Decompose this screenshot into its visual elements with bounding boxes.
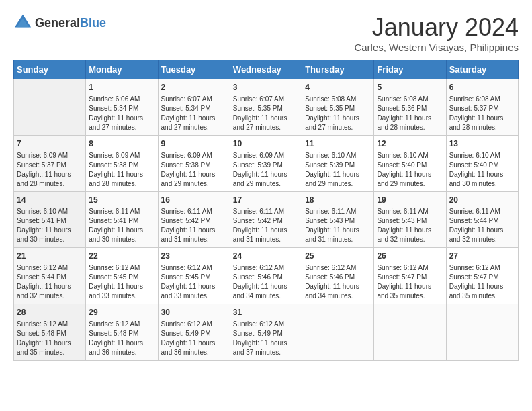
day-number: 5	[377, 82, 443, 93]
day-number: 26	[377, 250, 443, 262]
day-info: Daylight: 11 hours and 31 minutes.	[305, 226, 371, 244]
header: GeneralBlue January 2024 Carles, Western…	[13, 13, 519, 53]
day-info: Sunrise: 6:08 AM	[449, 95, 515, 104]
day-number: 24	[233, 250, 299, 262]
day-info: Sunset: 5:37 PM	[449, 104, 515, 113]
calendar-cell: 22Sunrise: 6:12 AMSunset: 5:45 PMDayligh…	[86, 248, 158, 304]
day-info: Sunset: 5:48 PM	[89, 329, 154, 338]
day-number: 21	[17, 250, 83, 262]
day-number: 19	[377, 195, 443, 206]
day-info: Sunrise: 6:11 AM	[233, 207, 299, 216]
day-number: 25	[305, 250, 371, 262]
day-info: Sunset: 5:48 PM	[17, 329, 83, 338]
day-info: Sunset: 5:44 PM	[17, 273, 83, 282]
day-info: Sunset: 5:40 PM	[377, 161, 443, 170]
column-header-wednesday: Wednesday	[230, 60, 302, 79]
calendar-cell: 1Sunrise: 6:06 AMSunset: 5:34 PMDaylight…	[86, 79, 158, 136]
day-info: Daylight: 11 hours and 37 minutes.	[233, 338, 299, 357]
day-info: Sunrise: 6:12 AM	[161, 263, 227, 273]
title-area: January 2024 Carles, Western Visayas, Ph…	[354, 13, 519, 53]
day-number: 10	[233, 138, 299, 150]
day-info: Daylight: 11 hours and 31 minutes.	[161, 226, 227, 244]
day-info: Sunrise: 6:12 AM	[305, 263, 371, 273]
day-info: Daylight: 11 hours and 27 minutes.	[89, 113, 154, 132]
day-number: 18	[305, 195, 371, 206]
day-info: Sunrise: 6:07 AM	[161, 95, 227, 104]
day-info: Sunrise: 6:11 AM	[449, 207, 515, 216]
calendar-header-row: SundayMondayTuesdayWednesdayThursdayFrid…	[14, 60, 519, 79]
day-info: Daylight: 11 hours and 28 minutes.	[89, 170, 154, 189]
day-info: Sunrise: 6:10 AM	[377, 151, 443, 161]
calendar-cell: 20Sunrise: 6:11 AMSunset: 5:44 PMDayligh…	[446, 191, 518, 248]
calendar-cell: 25Sunrise: 6:12 AMSunset: 5:46 PMDayligh…	[302, 248, 374, 304]
day-info: Sunrise: 6:12 AM	[17, 320, 83, 329]
calendar-cell: 6Sunrise: 6:08 AMSunset: 5:37 PMDaylight…	[446, 79, 518, 136]
day-info: Sunset: 5:35 PM	[305, 104, 371, 113]
calendar-cell: 2Sunrise: 6:07 AMSunset: 5:34 PMDaylight…	[158, 79, 230, 136]
day-info: Daylight: 11 hours and 30 minutes.	[17, 226, 83, 244]
day-info: Sunrise: 6:10 AM	[449, 151, 515, 161]
week-row-4: 21Sunrise: 6:12 AMSunset: 5:44 PMDayligh…	[14, 248, 519, 304]
day-info: Sunset: 5:39 PM	[305, 161, 371, 170]
day-info: Daylight: 11 hours and 34 minutes.	[305, 282, 371, 301]
calendar-subtitle: Carles, Western Visayas, Philippines	[354, 42, 519, 53]
day-info: Sunrise: 6:12 AM	[233, 263, 299, 273]
calendar-cell: 18Sunrise: 6:11 AMSunset: 5:43 PMDayligh…	[302, 191, 374, 248]
column-header-saturday: Saturday	[446, 60, 518, 79]
day-info: Daylight: 11 hours and 32 minutes.	[449, 226, 515, 244]
day-info: Daylight: 11 hours and 28 minutes.	[449, 113, 515, 132]
day-info: Sunset: 5:35 PM	[233, 104, 299, 113]
day-info: Sunrise: 6:11 AM	[89, 207, 154, 216]
day-number: 2	[161, 82, 227, 93]
day-info: Sunset: 5:43 PM	[377, 216, 443, 226]
day-info: Sunset: 5:46 PM	[305, 273, 371, 282]
day-info: Sunrise: 6:12 AM	[89, 320, 154, 329]
day-info: Daylight: 11 hours and 30 minutes.	[89, 226, 154, 244]
calendar-cell: 3Sunrise: 6:07 AMSunset: 5:35 PMDaylight…	[230, 79, 302, 136]
day-info: Daylight: 11 hours and 28 minutes.	[377, 113, 443, 132]
logo-general: General	[35, 16, 80, 30]
day-info: Sunrise: 6:12 AM	[449, 263, 515, 273]
calendar-cell: 8Sunrise: 6:09 AMSunset: 5:38 PMDaylight…	[86, 135, 158, 191]
day-info: Sunset: 5:42 PM	[233, 216, 299, 226]
day-info: Sunrise: 6:08 AM	[305, 95, 371, 104]
day-info: Daylight: 11 hours and 35 minutes.	[377, 282, 443, 301]
day-number: 27	[449, 250, 515, 262]
week-row-5: 28Sunrise: 6:12 AMSunset: 5:48 PMDayligh…	[14, 304, 519, 361]
calendar-cell: 15Sunrise: 6:11 AMSunset: 5:41 PMDayligh…	[86, 191, 158, 248]
day-info: Daylight: 11 hours and 36 minutes.	[161, 338, 227, 357]
week-row-1: 1Sunrise: 6:06 AMSunset: 5:34 PMDaylight…	[14, 79, 519, 136]
day-info: Sunset: 5:38 PM	[161, 161, 227, 170]
day-info: Sunset: 5:42 PM	[161, 216, 227, 226]
calendar-cell: 29Sunrise: 6:12 AMSunset: 5:48 PMDayligh…	[86, 304, 158, 361]
column-header-monday: Monday	[86, 60, 158, 79]
calendar-cell: 30Sunrise: 6:12 AMSunset: 5:49 PMDayligh…	[158, 304, 230, 361]
day-info: Daylight: 11 hours and 35 minutes.	[17, 338, 83, 357]
calendar-title: January 2024	[354, 13, 519, 42]
day-number: 28	[17, 307, 83, 318]
day-number: 6	[449, 82, 515, 93]
day-info: Daylight: 11 hours and 27 minutes.	[161, 113, 227, 132]
day-info: Sunset: 5:45 PM	[89, 273, 154, 282]
day-number: 1	[89, 82, 154, 93]
day-number: 29	[89, 307, 154, 318]
day-info: Sunrise: 6:10 AM	[305, 151, 371, 161]
calendar-cell: 14Sunrise: 6:10 AMSunset: 5:41 PMDayligh…	[14, 191, 86, 248]
calendar-cell: 24Sunrise: 6:12 AMSunset: 5:46 PMDayligh…	[230, 248, 302, 304]
day-info: Sunrise: 6:11 AM	[161, 207, 227, 216]
day-number: 16	[161, 195, 227, 206]
calendar-cell: 4Sunrise: 6:08 AMSunset: 5:35 PMDaylight…	[302, 79, 374, 136]
calendar-cell: 19Sunrise: 6:11 AMSunset: 5:43 PMDayligh…	[374, 191, 446, 248]
day-info: Sunset: 5:41 PM	[89, 216, 154, 226]
calendar-cell: 26Sunrise: 6:12 AMSunset: 5:47 PMDayligh…	[374, 248, 446, 304]
day-info: Sunrise: 6:12 AM	[233, 320, 299, 329]
column-header-sunday: Sunday	[14, 60, 86, 79]
day-info: Daylight: 11 hours and 36 minutes.	[89, 338, 154, 357]
day-number: 30	[161, 307, 227, 318]
day-info: Sunrise: 6:12 AM	[17, 263, 83, 273]
day-info: Sunrise: 6:10 AM	[17, 207, 83, 216]
day-info: Daylight: 11 hours and 33 minutes.	[161, 282, 227, 301]
day-info: Sunrise: 6:11 AM	[305, 207, 371, 216]
day-info: Sunset: 5:36 PM	[377, 104, 443, 113]
day-info: Sunset: 5:34 PM	[89, 104, 154, 113]
